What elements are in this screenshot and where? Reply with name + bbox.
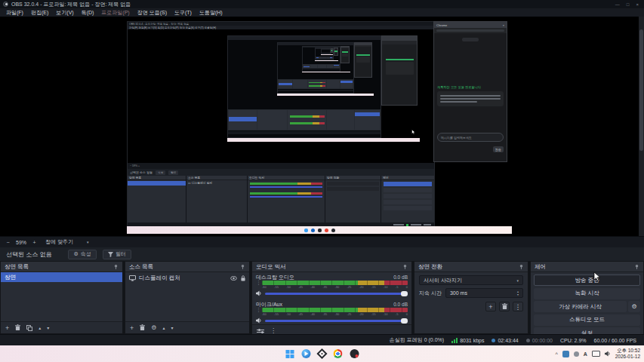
duration-input[interactable]: 300 ms ▴▾ xyxy=(445,288,523,298)
add-transition-button[interactable]: + xyxy=(485,302,496,311)
add-scene-button[interactable]: + xyxy=(5,324,9,332)
mixer-dock-title: 오디오 믹서 xyxy=(256,263,286,271)
app-icon[interactable] xyxy=(316,348,327,359)
advanced-audio-properties-icon[interactable] xyxy=(257,330,264,333)
ime-indicator[interactable]: A xyxy=(584,351,587,357)
move-scene-up-icon[interactable]: ▴ xyxy=(39,325,41,330)
menu-scene-collection[interactable]: 장면 모음(S) xyxy=(134,9,171,17)
scene-filters-icon[interactable] xyxy=(26,325,32,331)
volume-slider[interactable] xyxy=(265,293,408,295)
spinner-arrows-icon[interactable]: ▴▾ xyxy=(517,290,519,296)
mixer-channel-desktop-audio: 데스크탑 오디오 0.0 dB ⋮ -60-55-50-45-40-35-30-… xyxy=(252,272,411,297)
fit-dropdown[interactable]: 창에 맞추기 ▾ xyxy=(42,238,91,246)
maximize-button[interactable]: □ xyxy=(627,2,630,7)
nested-chrome-heading: 계획하던 모든 것을 완료합니다 xyxy=(437,85,504,89)
virtual-camera-gear-icon[interactable]: ⚙ xyxy=(628,301,640,312)
duration-label: 지속 시간 xyxy=(419,290,442,297)
nested-obs-preview xyxy=(128,29,434,163)
stop-streaming-button[interactable]: 방송 중단 xyxy=(534,275,640,286)
source-properties-gear-icon[interactable]: ⚙ xyxy=(151,324,156,331)
volume-slider[interactable] xyxy=(265,320,408,322)
lock-icon[interactable] xyxy=(241,275,245,281)
channel-db: 0.0 dB xyxy=(393,274,408,281)
bitrate: 8031 kbps xyxy=(460,338,484,343)
close-button[interactable]: × xyxy=(636,2,639,7)
speaker-icon[interactable] xyxy=(256,318,262,324)
zoom-in-button[interactable]: + xyxy=(30,240,39,245)
chevron-down-icon: ▾ xyxy=(87,240,89,244)
menu-view[interactable]: 보기(V) xyxy=(52,9,77,17)
minimize-button[interactable]: — xyxy=(615,2,620,7)
source-list-item[interactable]: 디스플레이 캡처 xyxy=(125,272,249,284)
zoom-out-button[interactable]: − xyxy=(4,240,12,245)
filters-button[interactable]: 필터 xyxy=(103,250,131,259)
controls-dock-title: 제어 xyxy=(535,263,546,271)
remove-transition-button[interactable] xyxy=(499,302,510,311)
scenes-dock: 장면 목록 장면 + ▴ ▾ xyxy=(0,261,123,334)
tray-expand-caret[interactable]: ^ xyxy=(555,351,557,357)
add-source-button[interactable]: + xyxy=(130,324,134,332)
menu-profile[interactable]: 프로파일(P) xyxy=(97,9,133,17)
media-player-icon[interactable] xyxy=(301,349,310,358)
menu-edit[interactable]: 편집(E) xyxy=(27,9,52,17)
nested-chrome-close-icon: × xyxy=(503,23,504,27)
tray-app-icon[interactable] xyxy=(562,351,569,357)
channel-menu-icon[interactable]: ⋮ xyxy=(256,281,260,285)
nested-chrome-send-button: 전송 xyxy=(493,146,504,152)
preview-canvas[interactable]: OBS 32.0.4 - 프로파일: 제목 없음 - 장면: 제목 없음 파일(… xyxy=(0,17,644,236)
scene-transition-dock: 장면 전환 서서히 사라지기 ▾ 지속 시간 300 ms ▴▾ + xyxy=(414,261,528,334)
menu-help[interactable]: 도움말(H) xyxy=(196,9,226,17)
mixer-menu-kebab-icon[interactable]: ⋮ xyxy=(270,327,276,334)
move-source-up-icon[interactable]: ▴ xyxy=(162,325,165,330)
move-scene-down-icon[interactable]: ▾ xyxy=(47,325,49,330)
nested-docks: 장면 목록 소스 목록 ▭ 디스플레이 캡처 오디오 믹서 xyxy=(128,176,434,222)
transition-select[interactable]: 서서히 사라지기 ▾ xyxy=(419,275,523,285)
studio-mode-button[interactable]: 스튜디오 모드 xyxy=(534,314,640,326)
filter-icon xyxy=(108,252,113,257)
chrome-icon[interactable] xyxy=(333,349,342,358)
remove-scene-trash-icon[interactable] xyxy=(15,324,20,331)
title-bar[interactable]: OBS 32.0.4 - 프로파일: 제목 없음 - 장면: 제목 없음 — □… xyxy=(0,0,644,8)
transition-dock-title: 장면 전환 xyxy=(418,263,442,271)
controls-dock: 제어 방송 중단 녹화 시작 가상 카메라 시작 ⚙ 스튜디오 모드 설정 xyxy=(530,261,644,334)
recursive-capture-level xyxy=(302,46,350,72)
pin-icon[interactable] xyxy=(634,264,639,269)
app-with-notification-icon[interactable] xyxy=(350,349,359,358)
nested-chrome-window: Chrome × 계획하던 모든 것을 완료합니다 메시지를 입력해보세요 전송 xyxy=(433,21,507,162)
visibility-eye-icon[interactable] xyxy=(230,276,237,281)
preview-vertical-scrollbar[interactable] xyxy=(639,17,644,236)
pin-icon[interactable] xyxy=(402,264,408,269)
recursive-capture-level xyxy=(321,48,333,55)
pin-icon[interactable] xyxy=(240,264,245,269)
start-recording-button[interactable]: 녹화 시작 xyxy=(534,288,640,299)
nested-chrome-input: 메시지를 입력해보세요 xyxy=(437,133,504,142)
pin-icon[interactable] xyxy=(113,264,119,269)
display-capture-icon xyxy=(129,275,136,281)
trash-icon xyxy=(502,303,507,310)
volume-tray-icon[interactable] xyxy=(605,351,611,357)
display-capture-preview[interactable]: OBS 32.0.4 - 프로파일: 제목 없음 - 장면: 제목 없음 파일(… xyxy=(127,21,512,234)
transition-menu-kebab-icon[interactable]: ⋮ xyxy=(513,302,523,311)
pin-icon[interactable] xyxy=(519,264,524,269)
start-button-icon[interactable] xyxy=(285,350,294,358)
menu-tools[interactable]: 도구(T) xyxy=(171,9,196,17)
move-source-down-icon[interactable]: ▾ xyxy=(171,325,173,330)
slider-handle[interactable] xyxy=(401,291,408,296)
slider-handle[interactable] xyxy=(401,318,408,324)
obs-logo-icon xyxy=(3,2,8,7)
channel-db: 0.0 dB xyxy=(393,301,408,308)
menu-bar: 파일(F) 편집(E) 보기(V) 독(D) 프로파일(P) 장면 모음(S) … xyxy=(0,8,644,17)
nested-source-row: 선택된 소스 없음 속성 필터 xyxy=(128,169,434,176)
remove-source-trash-icon[interactable] xyxy=(140,324,145,331)
start-virtual-camera-button[interactable]: 가상 카메라 시작 xyxy=(534,301,627,312)
menu-dock[interactable]: 독(D) xyxy=(78,9,98,17)
menu-file[interactable]: 파일(F) xyxy=(2,9,27,17)
touch-keyboard-icon[interactable] xyxy=(592,351,600,357)
properties-button[interactable]: ⚙ 속성 xyxy=(68,250,96,259)
tray-mic-icon[interactable] xyxy=(574,351,579,357)
zoom-level: 59% xyxy=(16,240,26,245)
taskbar-clock[interactable]: 오후 10:52 2026-01-12 xyxy=(615,348,640,360)
scene-list-item[interactable]: 장면 xyxy=(1,272,122,282)
channel-menu-icon[interactable]: ⋮ xyxy=(256,308,260,312)
speaker-icon[interactable] xyxy=(256,290,262,296)
